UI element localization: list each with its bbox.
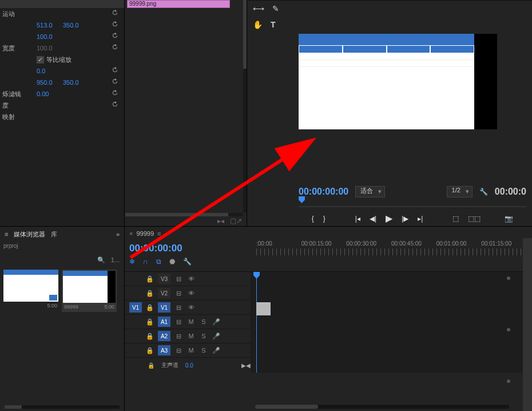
wrench-icon[interactable]: 🔧 [479,188,488,196]
lock-icon[interactable]: 🔒 [145,333,154,340]
track-v1[interactable]: V1🔒V1⊟👁 [125,301,251,315]
wrench-icon[interactable]: 🔧 [183,258,192,266]
project-item-selected[interactable]: 999995:00 [62,270,117,312]
monitor-stage[interactable] [299,34,497,129]
lock-icon[interactable]: 🔒 [145,275,154,283]
pen-icon[interactable]: ✎ [272,4,279,13]
marker-icon[interactable]: ⬣ [169,258,175,266]
track-tag[interactable]: A1 [158,317,170,327]
lock-icon[interactable]: 🔒 [145,318,154,326]
sequence-tab[interactable]: 99999 [136,230,154,237]
scrollbar-vertical[interactable] [243,0,247,212]
position-y[interactable]: 350.0 [63,22,79,29]
extract-icon[interactable]: ⬚⬚ [468,215,481,223]
go-to-out-icon[interactable]: ▸| [418,215,423,223]
step-back-icon[interactable]: ◀| [370,215,376,223]
clip-bar[interactable]: 99999.png [127,0,230,8]
sync-lock-icon[interactable]: ⊟ [174,304,183,311]
export-frame-icon[interactable]: 📷 [505,215,513,223]
project-scroll[interactable] [5,405,120,409]
scrollbar-thumb[interactable] [255,405,318,409]
tab-media-browser[interactable]: 媒体浏览器 [14,230,45,239]
reset-icon[interactable] [112,78,120,86]
lock-icon[interactable]: 🔒 [145,290,154,297]
sync-lock-icon[interactable]: ⊟ [174,318,183,326]
panel-menu-icon[interactable]: ≡ [5,231,8,238]
track-v2[interactable]: 🔒V2⊟👁 [125,286,251,301]
mute-icon[interactable]: M [186,318,196,325]
track-tag[interactable]: V2 [158,288,170,298]
tab-library[interactable]: 库 [51,230,57,239]
timeline-ruler[interactable]: :00:00 00:00:15:00 00:00:30:00 00:00:45:… [251,240,532,271]
playhead-icon[interactable] [253,272,260,280]
lock-icon[interactable]: 🔒 [148,362,154,369]
linked-selection-icon[interactable]: ⧉ [156,258,161,266]
track-tag[interactable]: V3 [158,274,170,284]
track-a1[interactable]: 🔒A1⊟MS🎤 [125,315,251,329]
tab-menu-icon[interactable]: ≡ [157,230,161,237]
lift-icon[interactable]: ⬚ [452,215,459,223]
mark-in-icon[interactable]: { [312,215,314,223]
sync-lock-icon[interactable]: ⊟ [174,290,183,297]
track-tag[interactable]: A2 [158,331,170,341]
hand-icon[interactable]: ✋ [253,20,263,29]
search-icon[interactable]: 🔍 [97,256,105,264]
sync-lock-icon[interactable]: ⊟ [174,333,183,340]
playhead-icon[interactable] [299,196,305,204]
prop-motion[interactable]: 运动 [0,8,124,19]
uniform-checkbox[interactable]: ✓ [37,56,44,64]
export-icon[interactable]: ▢↗ [230,217,242,225]
reset-icon[interactable] [112,32,120,40]
program-timecode[interactable]: 00:00:00:00 [299,187,348,197]
sync-lock-icon[interactable]: ⊟ [174,275,183,283]
mark-out-icon[interactable]: } [323,215,325,223]
crop-trim-icon[interactable]: ⟷ [253,4,264,13]
anchor-y[interactable]: 350.0 [63,79,79,86]
mic-icon[interactable]: 🎤 [212,347,221,354]
track-a2[interactable]: 🔒A2⊟MS🎤 [125,329,251,343]
timeline-scroll[interactable] [255,405,509,409]
eye-icon[interactable]: 👁 [186,290,196,297]
master-value[interactable]: 0.0 [185,362,193,369]
program-ruler[interactable] [299,200,526,209]
eye-icon[interactable]: 👁 [186,304,196,311]
eye-icon[interactable]: 👁 [186,275,196,282]
scrollbar-thumb[interactable] [243,0,247,69]
resolution-select[interactable]: 1/2 [447,186,473,197]
clip-block[interactable] [256,302,271,315]
lock-icon[interactable]: 🔒 [145,347,154,354]
magnet-icon[interactable]: ∩ [143,258,148,266]
playhead[interactable] [256,272,257,373]
more-tabs[interactable]: » [116,231,120,238]
project-item[interactable]: 5:00 [3,270,58,312]
mute-icon[interactable]: M [186,333,196,339]
anchor-x[interactable]: 950.0 [37,79,53,86]
go-to-in-icon[interactable]: |◂ [355,215,360,223]
rotation-value[interactable]: 0.0 [37,68,45,74]
type-icon[interactable]: T [271,20,276,29]
prop-uniform[interactable]: ✓ 等比缩放 [0,54,124,65]
meter-icon[interactable]: ▶◀ [241,362,251,369]
solo-icon[interactable]: S [199,347,208,354]
reset-icon[interactable] [112,44,120,52]
track-tag[interactable]: A3 [158,345,170,355]
mute-icon[interactable]: M [186,347,196,354]
scale-value[interactable]: 100.0 [37,33,53,40]
scrollbar-thumb[interactable] [5,405,22,409]
reset-icon[interactable] [112,21,120,29]
lock-icon[interactable]: 🔒 [145,304,154,311]
track-tag[interactable]: V1 [158,302,170,313]
prop-opacity[interactable]: 度 [0,100,124,111]
step-fwd-icon[interactable]: |▶ [402,215,408,223]
prop-timeremap[interactable]: 映射 [0,111,124,122]
play-icon[interactable]: ▶ [386,213,392,224]
position-x[interactable]: 513.0 [37,22,53,29]
reset-icon[interactable] [112,101,120,109]
snap-icon[interactable]: ❄ [129,258,135,266]
track-a3[interactable]: 🔒A3⊟MS🎤 [125,343,251,358]
scrollbar-thumb[interactable] [125,213,228,216]
track-v3[interactable]: 🔒V3⊟👁 [125,272,251,286]
track-master[interactable]: 🔒主声道0.0▶◀ [125,358,251,373]
timeline-timecode[interactable]: 00:00:00:00 [129,243,246,254]
track-content[interactable] [251,272,532,373]
